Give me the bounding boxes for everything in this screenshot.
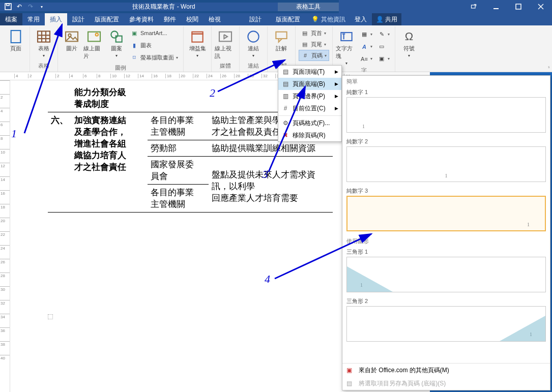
annotation-1: 1 [11, 127, 17, 140]
page-icon [8, 29, 24, 44]
quickparts-button[interactable]: ▦▾ [358, 29, 374, 40]
footer-button[interactable]: ▤頁尾▾ [299, 39, 329, 50]
maximize-button[interactable] [507, 0, 530, 13]
wordart-button[interactable]: A▾ [358, 41, 374, 52]
online-pictures-button[interactable]: 線上圖片 [83, 27, 105, 63]
menu-remove-page-numbers[interactable]: ✖移除頁碼(R) [278, 129, 341, 141]
page-number-button[interactable]: #頁碼▾ [299, 50, 329, 61]
comment-button[interactable]: 註解 [271, 27, 292, 61]
cell-text: 六、 [51, 115, 68, 125]
tab-review[interactable]: 校閱 [181, 13, 204, 25]
shapes-button[interactable]: 圖案▾ [106, 27, 127, 63]
save-selection-icon: ▤ [346, 380, 355, 387]
tab-layout[interactable]: 版面配置 [90, 13, 124, 25]
tab-file[interactable]: 檔案 [0, 13, 22, 25]
cell-text: 回應產業人才培育需要 [212, 193, 298, 203]
gallery-item-label: 三角形 1 [342, 247, 550, 257]
tab-mailings[interactable]: 郵件 [159, 13, 181, 25]
smartart-button[interactable]: ▣SmartArt... [128, 27, 180, 39]
object-icon: ▣ [377, 55, 386, 63]
window-title: 技術及職業教育 - Word [50, 3, 278, 11]
table-icon [36, 29, 52, 44]
menu-bottom-of-page[interactable]: ▤頁面底端(B)▶ [278, 78, 341, 90]
signin-link[interactable]: 登入 [350, 13, 372, 25]
quickparts-icon: ▦ [360, 31, 368, 39]
gallery-item-plain1[interactable]: 1 [346, 97, 546, 133]
group-media: 線上視訊 媒體 [212, 26, 240, 72]
symbol-icon: Ω [401, 29, 417, 44]
header-button[interactable]: ▤頁首▾ [299, 27, 329, 39]
addins-button[interactable]: 增益集▾ [187, 27, 208, 69]
symbol-button[interactable]: Ω 符號▾ [398, 27, 420, 69]
undo-icon[interactable]: ↶ [15, 3, 23, 11]
svg-rect-4 [516, 4, 521, 9]
gallery-save-selection: ▤將選取項目另存為頁碼 (底端)(S) [342, 377, 550, 390]
datetime-button[interactable]: ▭ [375, 41, 392, 52]
svg-rect-19 [192, 34, 202, 42]
links-button[interactable]: 連結▾ [243, 27, 264, 61]
tab-view[interactable]: 檢視 [204, 13, 226, 25]
collapse-ribbon-icon[interactable]: ˢ [548, 65, 550, 71]
cell-text: 加強實務連結 [74, 115, 126, 125]
menu-format-page-numbers[interactable]: ⚙頁碼格式(F)... [278, 117, 341, 129]
svg-point-17 [111, 31, 118, 38]
gallery-item-plain2[interactable]: 1 [346, 146, 546, 182]
format-icon: ⚙ [281, 119, 289, 127]
cover-page-button[interactable]: 頁面 [5, 27, 26, 69]
dropcap-button[interactable]: A≡▾ [358, 53, 374, 65]
footer-icon: ▤ [301, 40, 309, 48]
svg-point-22 [248, 31, 258, 42]
tell-me[interactable]: 💡其他資訊 [307, 13, 350, 25]
cell-text: 主管機關 [151, 127, 185, 137]
screenshot-button[interactable]: ⌑螢幕擷取畫面▾ [128, 52, 180, 63]
menu-page-margins[interactable]: ▥頁面邊界(P)▶ [278, 90, 341, 102]
vertical-ruler[interactable]: 246810121416182022242628303234363840 [0, 80, 10, 392]
group-symbols: Ω 符號▾ [395, 26, 423, 72]
gallery-more-from-office[interactable]: ▣來自於 Office.com 的其他頁碼(M) [342, 364, 550, 377]
pictures-button[interactable]: 圖片 [61, 27, 82, 63]
svg-rect-7 [11, 31, 21, 43]
cell-text: 協助提供職業訓練相關資源 [212, 143, 315, 153]
page-number-menu: ▤頁面頂端(T)▶ ▤頁面底端(B)▶ ▥頁面邊界(P)▶ #目前位置(C)▶ … [278, 65, 342, 142]
close-button[interactable] [530, 0, 552, 13]
tab-insert[interactable]: 插入 [45, 13, 67, 25]
tab-home[interactable]: 常用 [22, 13, 45, 25]
cell-text: 勞動部 [151, 143, 177, 153]
save-icon[interactable] [4, 3, 12, 11]
page-margin-icon: ▥ [281, 93, 289, 100]
qat-dropdown-icon[interactable]: ▾ [38, 3, 46, 11]
remove-icon: ✖ [281, 132, 289, 139]
title-bar: ↶ ↷ ▾ 技術及職業教育 - Word 表格工具 [0, 0, 552, 13]
gallery-item-plain3[interactable]: 1 [346, 196, 546, 231]
annotation-2: 2 [210, 86, 215, 100]
share-button[interactable]: 👤共用 [372, 13, 401, 25]
annotation-3: 3 [263, 168, 268, 181]
cell-text: 員會 [151, 171, 168, 181]
tab-table-design[interactable]: 設計 [242, 13, 269, 25]
online-video-button[interactable]: 線上視訊 [215, 27, 236, 61]
redo-icon[interactable]: ↷ [26, 3, 35, 11]
menu-current-position[interactable]: #目前位置(C)▶ [278, 102, 341, 114]
minimize-button[interactable] [485, 0, 507, 13]
svg-rect-2 [472, 5, 476, 8]
gallery-item-triangle1[interactable]: 1 [346, 257, 546, 292]
svg-rect-15 [88, 32, 100, 42]
group-label-tables: 表格 [33, 61, 54, 71]
chart-button[interactable]: ▮圖表 [128, 40, 180, 51]
menu-top-of-page[interactable]: ▤頁面頂端(T)▶ [278, 66, 341, 78]
ribbon: 頁面 表格▾ 表格 圖片 線上圖片 圖案▾ [0, 25, 552, 72]
table-button[interactable]: 表格▾ [33, 27, 54, 61]
wordart-icon: A [360, 43, 368, 51]
tab-design[interactable]: 設計 [67, 13, 90, 25]
ribbon-tabs: 檔案 常用 插入 設計 版面配置 參考資料 郵件 校閱 檢視 設計 版面配置 💡… [0, 13, 552, 25]
tab-table-layout[interactable]: 版面配置 [269, 13, 307, 25]
tab-references[interactable]: 參考資料 [124, 13, 159, 25]
ribbon-options-icon[interactable] [462, 0, 485, 13]
textbox-button[interactable]: 文字方塊▾ [336, 27, 357, 66]
object-button[interactable]: ▣▾ [375, 53, 392, 65]
pictures-icon [64, 29, 80, 44]
gallery-item-triangle2[interactable]: 1 [346, 306, 546, 342]
cell-text: 各目的事業 [151, 115, 194, 125]
signature-button[interactable]: ✎▾ [375, 29, 392, 40]
comment-icon [273, 29, 289, 44]
